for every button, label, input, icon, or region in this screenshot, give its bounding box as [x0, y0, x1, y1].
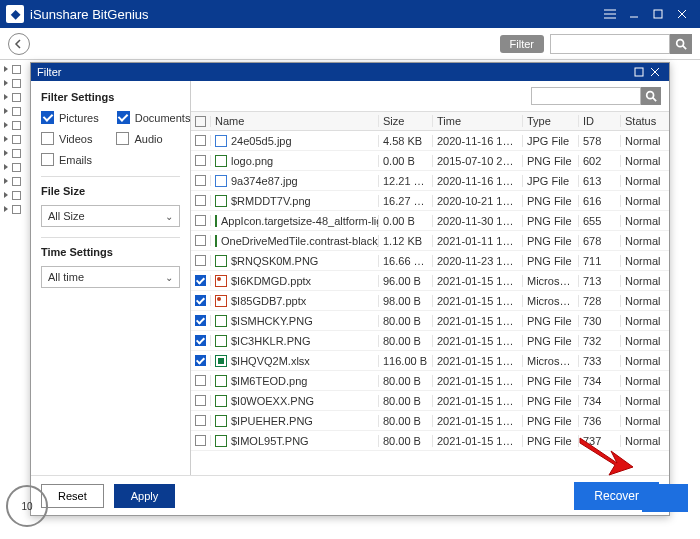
file-name: $I6KDMGD.pptx [231, 275, 311, 287]
checkbox-audio[interactable] [116, 132, 129, 145]
table-row[interactable]: $IM6TEOD.png80.00 B2021-01-15 15:01:07PN… [191, 371, 669, 391]
table-row[interactable]: $IMOL95T.PNG80.00 B2021-01-15 15:01:07PN… [191, 431, 669, 451]
table-row[interactable]: $RNQSK0M.PNG16.66 KB2020-11-23 16:25:33P… [191, 251, 669, 271]
col-type[interactable]: Type [523, 115, 579, 127]
tree-checkbox[interactable] [12, 79, 21, 88]
file-status: Normal [621, 435, 669, 447]
row-checkbox[interactable] [195, 155, 206, 166]
tree-checkbox[interactable] [12, 149, 21, 158]
close-button[interactable] [670, 4, 694, 24]
table-row[interactable]: $IHQVQ2M.xlsx116.00 B2021-01-15 15:01:07… [191, 351, 669, 371]
checkbox-pictures[interactable] [41, 111, 54, 124]
col-name[interactable]: Name [211, 115, 379, 127]
checkbox-emails[interactable] [41, 153, 54, 166]
apply-button[interactable]: Apply [114, 484, 176, 508]
maximize-button[interactable] [646, 4, 670, 24]
row-checkbox[interactable] [195, 215, 206, 226]
chevron-down-icon: ⌄ [165, 272, 173, 283]
filter-button[interactable]: Filter [500, 35, 544, 53]
filter-panel-close[interactable] [647, 65, 663, 79]
select-file-size[interactable]: All Size⌄ [41, 205, 180, 227]
tree-checkbox[interactable] [12, 121, 21, 130]
tree-expand-icon[interactable] [4, 122, 11, 129]
tree-expand-icon[interactable] [4, 108, 11, 115]
select-all-checkbox[interactable] [195, 116, 206, 127]
col-status[interactable]: Status [621, 115, 669, 127]
tree-expand-icon[interactable] [4, 80, 11, 87]
table-row[interactable]: $I0WOEXX.PNG80.00 B2021-01-15 15:01:07PN… [191, 391, 669, 411]
tree-expand-icon[interactable] [4, 66, 11, 73]
tree-expand-icon[interactable] [4, 164, 11, 171]
file-id: 713 [579, 275, 621, 287]
row-checkbox[interactable] [195, 255, 206, 266]
bottom-action-button[interactable] [642, 484, 688, 512]
row-checkbox[interactable] [195, 135, 206, 146]
row-checkbox[interactable] [195, 295, 206, 306]
row-checkbox[interactable] [195, 435, 206, 446]
row-checkbox[interactable] [195, 315, 206, 326]
table-row[interactable]: $I85GDB7.pptx98.00 B2021-01-15 15:01:07M… [191, 291, 669, 311]
row-checkbox[interactable] [195, 375, 206, 386]
tree-checkbox[interactable] [12, 191, 21, 200]
select-time[interactable]: All time⌄ [41, 266, 180, 288]
table-row[interactable]: OneDriveMedTile.contrast-black_scale-11.… [191, 231, 669, 251]
file-id: 736 [579, 415, 621, 427]
tree-checkbox[interactable] [12, 135, 21, 144]
tree-expand-icon[interactable] [4, 136, 11, 143]
table-row[interactable]: $ISMHCKY.PNG80.00 B2021-01-15 15:01:07PN… [191, 311, 669, 331]
tree-expand-icon[interactable] [4, 150, 11, 157]
col-id[interactable]: ID [579, 115, 621, 127]
filter-search-button[interactable] [641, 87, 661, 105]
file-type: JPG File [523, 175, 579, 187]
table-row[interactable]: $IPUEHER.PNG80.00 B2021-01-15 15:01:07PN… [191, 411, 669, 431]
table-row[interactable]: 24e05d5.jpg4.58 KB2020-11-16 16:15:51JPG… [191, 131, 669, 151]
file-time: 2021-01-15 15:01:07 [433, 415, 523, 427]
row-checkbox[interactable] [195, 355, 206, 366]
tree-checkbox[interactable] [12, 177, 21, 186]
tree-checkbox[interactable] [12, 163, 21, 172]
table-row[interactable]: logo.png0.00 B2015-07-10 21:30:42PNG Fil… [191, 151, 669, 171]
row-checkbox[interactable] [195, 395, 206, 406]
filter-panel-maximize[interactable] [631, 65, 647, 79]
row-checkbox[interactable] [195, 235, 206, 246]
search-button[interactable] [670, 34, 692, 54]
minimize-button[interactable] [622, 4, 646, 24]
reset-button[interactable]: Reset [41, 484, 104, 508]
row-checkbox[interactable] [195, 335, 206, 346]
file-type: PNG File [523, 335, 579, 347]
filter-search-input[interactable] [531, 87, 641, 105]
file-id: 733 [579, 355, 621, 367]
file-id: 730 [579, 315, 621, 327]
section-file-size: File Size [41, 185, 180, 197]
file-id: 734 [579, 375, 621, 387]
tree-expand-icon[interactable] [4, 192, 11, 199]
tree-expand-icon[interactable] [4, 206, 11, 213]
col-time[interactable]: Time [433, 115, 523, 127]
checkbox-videos[interactable] [41, 132, 54, 145]
search-input[interactable] [550, 34, 670, 54]
checkbox-documents[interactable] [117, 111, 130, 124]
tree-checkbox[interactable] [12, 107, 21, 116]
file-id: 732 [579, 335, 621, 347]
file-icon [215, 135, 227, 147]
tree-expand-icon[interactable] [4, 178, 11, 185]
table-row[interactable]: AppIcon.targetsize-48_altform-lightunp0.… [191, 211, 669, 231]
tree-expand-icon[interactable] [4, 94, 11, 101]
row-checkbox[interactable] [195, 415, 206, 426]
tree-checkbox[interactable] [12, 93, 21, 102]
row-checkbox[interactable] [195, 175, 206, 186]
table-row[interactable]: $I6KDMGD.pptx96.00 B2021-01-15 15:01:07M… [191, 271, 669, 291]
file-name: 9a374e87.jpg [231, 175, 298, 187]
table-row[interactable]: 9a374e87.jpg12.21 KB2020-11-16 13:13:00J… [191, 171, 669, 191]
file-time: 2020-11-16 13:13:00 [433, 175, 523, 187]
tree-checkbox[interactable] [12, 65, 21, 74]
tree-checkbox[interactable] [12, 205, 21, 214]
col-size[interactable]: Size [379, 115, 433, 127]
table-row[interactable]: $RMDDT7V.png16.27 KB2020-10-21 10:07:34P… [191, 191, 669, 211]
file-size: 80.00 B [379, 435, 433, 447]
menu-button[interactable] [598, 4, 622, 24]
row-checkbox[interactable] [195, 275, 206, 286]
back-button[interactable] [8, 33, 30, 55]
row-checkbox[interactable] [195, 195, 206, 206]
table-row[interactable]: $IC3HKLR.PNG80.00 B2021-01-15 15:01:07PN… [191, 331, 669, 351]
